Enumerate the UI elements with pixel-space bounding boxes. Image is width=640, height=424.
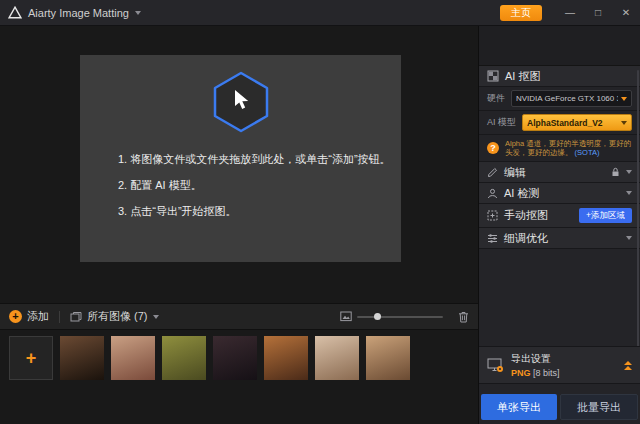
format-value: PNG (511, 368, 531, 378)
thumbnail-strip: + (0, 330, 478, 386)
section-ai-detect[interactable]: AI 检测 (479, 183, 640, 204)
refine-icon (487, 233, 498, 244)
app-menu[interactable]: Aiarty Image Matting (8, 6, 141, 19)
edit-title: 编辑 (504, 165, 526, 180)
thumbnail-size-icon (340, 311, 352, 322)
model-label: AI 模型 (487, 116, 516, 129)
thumbnail[interactable] (213, 336, 257, 380)
chevron-down-icon (626, 191, 632, 195)
maximize-button[interactable]: □ (584, 0, 612, 26)
export-settings-icon (487, 358, 504, 373)
export-settings-title: 导出设置 (511, 352, 560, 366)
sota-tag: (SOTA) (575, 148, 600, 157)
ai-detect-title: AI 检测 (504, 186, 539, 201)
refine-title: 细调优化 (504, 231, 548, 246)
thumbnail[interactable] (366, 336, 410, 380)
drop-instructions: 1. 将图像文件或文件夹拖放到此处，或单击“添加”按钮。 2. 配置 AI 模型… (80, 146, 401, 224)
detect-icon (487, 188, 498, 199)
hardware-value: NVIDIA GeForce GTX 1060 3GB (516, 94, 618, 103)
titlebar: Aiarty Image Matting 主页 — □ ✕ (0, 0, 640, 26)
add-button[interactable]: + 添加 (9, 309, 49, 324)
app-window: Aiarty Image Matting 主页 — □ ✕ 1. 将图像文件或文… (0, 0, 640, 424)
app-title: Aiarty Image Matting (28, 7, 129, 19)
ai-matting-icon (487, 70, 499, 82)
manual-matting-title: 手动抠图 (504, 208, 548, 223)
zoom-slider-handle[interactable] (374, 313, 381, 320)
close-button[interactable]: ✕ (612, 0, 640, 26)
thumbnail[interactable] (60, 336, 104, 380)
section-ai-matting[interactable]: AI 抠图 (479, 66, 640, 87)
double-chevron-up-icon[interactable] (624, 361, 632, 370)
instruction-step-1: 1. 将图像文件或文件夹拖放到此处，或单击“添加”按钮。 (118, 146, 401, 172)
model-row: AI 模型 AlphaStandard_V2 (479, 111, 640, 135)
chevron-down-icon (626, 236, 632, 240)
canvas-area: 1. 将图像文件或文件夹拖放到此处，或单击“添加”按钮。 2. 配置 AI 模型… (0, 26, 478, 303)
section-refine[interactable]: 细调优化 (479, 228, 640, 249)
app-logo-icon (8, 6, 22, 19)
help-icon[interactable]: ? (487, 142, 499, 154)
section-edit[interactable]: 编辑 (479, 162, 640, 183)
instruction-step-2: 2. 配置 AI 模型。 (118, 172, 401, 198)
delete-button[interactable] (458, 311, 469, 323)
bits-value: [8 bits] (533, 368, 560, 378)
instruction-step-3: 3. 点击“导出”开始抠图。 (118, 198, 401, 224)
thumbnail[interactable] (111, 336, 155, 380)
thumbnail[interactable] (264, 336, 308, 380)
hardware-dropdown[interactable]: NVIDIA GeForce GTX 1060 3GB (511, 90, 632, 107)
chevron-down-icon (153, 315, 159, 319)
chevron-down-icon (621, 121, 627, 125)
chevron-down-icon (135, 11, 141, 15)
hardware-row: 硬件 NVIDIA GeForce GTX 1060 3GB (479, 87, 640, 111)
model-dropdown[interactable]: AlphaStandard_V2 (522, 114, 632, 131)
bottom-toolbar: + 添加 所有图像 (7) (0, 303, 478, 330)
batch-export-button[interactable]: 批量导出 (560, 394, 638, 420)
manual-region-icon (487, 210, 498, 221)
model-description: Alpha 通道，更好的半透明度，更好的头发，更好的边缘。 (SOTA) (505, 139, 632, 158)
lock-icon (611, 167, 620, 177)
chevron-down-icon (626, 170, 632, 174)
edit-icon (487, 167, 498, 178)
sidebar: AI 抠图 硬件 NVIDIA GeForce GTX 1060 3GB AI … (478, 26, 640, 424)
minimize-button[interactable]: — (556, 0, 584, 26)
export-buttons: 单张导出 批量导出 (481, 394, 638, 420)
add-image-tile[interactable]: + (9, 336, 53, 380)
export-settings[interactable]: 导出设置 PNG [8 bits] (479, 346, 640, 384)
all-images-selector[interactable]: 所有图像 (7) (70, 309, 159, 324)
plus-circle-icon: + (9, 310, 22, 323)
home-button[interactable]: 主页 (500, 5, 542, 21)
drop-zone[interactable]: 1. 将图像文件或文件夹拖放到此处，或单击“添加”按钮。 2. 配置 AI 模型… (80, 55, 401, 262)
single-export-button[interactable]: 单张导出 (481, 394, 557, 420)
thumbnail[interactable] (315, 336, 359, 380)
chevron-down-icon (621, 97, 627, 101)
trash-icon (458, 311, 469, 323)
add-label: 添加 (27, 309, 49, 324)
model-value: AlphaStandard_V2 (527, 118, 618, 128)
all-images-label: 所有图像 (7) (87, 309, 148, 324)
hexagon-cursor-icon (80, 55, 401, 134)
thumbnail[interactable] (162, 336, 206, 380)
zoom-slider[interactable] (357, 316, 443, 318)
ai-matting-title: AI 抠图 (505, 69, 540, 84)
gallery-icon (70, 311, 82, 323)
add-region-button[interactable]: +添加区域 (579, 208, 632, 223)
export-format: PNG [8 bits] (511, 368, 560, 378)
sidebar-scrollbar[interactable] (637, 70, 639, 360)
hardware-label: 硬件 (487, 92, 505, 105)
section-manual-matting[interactable]: 手动抠图 +添加区域 (479, 204, 640, 228)
toolbar-divider (59, 311, 60, 323)
model-help-row: ? Alpha 通道，更好的半透明度，更好的头发，更好的边缘。 (SOTA) (479, 135, 640, 162)
sidebar-top-panel (479, 26, 640, 66)
